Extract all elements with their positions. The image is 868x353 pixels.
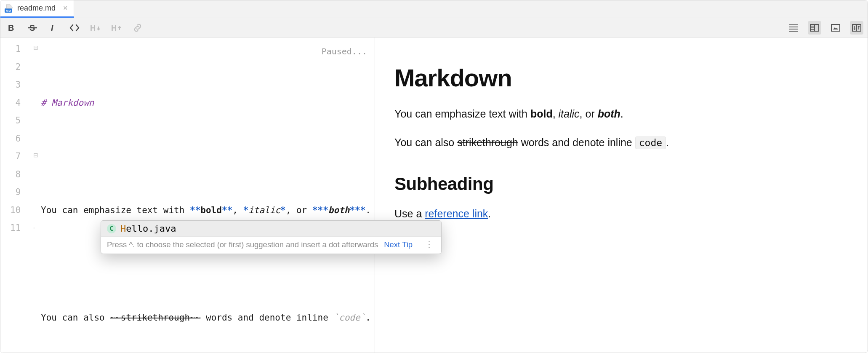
completion-item[interactable]: C Hello.java [101, 221, 441, 236]
line-gutter: 1 2 3 4 5 6 7 8 9 10 11 [0, 37, 33, 353]
scroll-sync-button[interactable] [850, 21, 863, 35]
svg-text:H: H [111, 24, 117, 32]
line-number: 7 [0, 147, 21, 166]
preview-view-button[interactable] [829, 21, 842, 35]
code-area[interactable]: Paused... # Markdown You can emphasize t… [33, 37, 375, 353]
svg-text:B: B [8, 23, 14, 32]
line-number: 9 [0, 183, 21, 201]
editor-body: 1 2 3 4 5 6 7 8 9 10 11 ⊟ ⊟ ⌞ Paused... … [0, 37, 868, 353]
class-icon: C [107, 224, 116, 233]
bold-button[interactable]: B [5, 21, 18, 35]
preview-h2: Subheading [394, 174, 848, 194]
line-number: 1 [0, 40, 21, 58]
svg-text:H: H [90, 24, 96, 32]
strikethrough-button[interactable]: S [26, 21, 39, 35]
ide-window: MD readme.md × B S I H H 1 2 3 4 5 [0, 0, 868, 353]
next-tip-link[interactable]: Next Tip [384, 240, 413, 249]
line-number: 6 [0, 130, 21, 148]
line-number: 4 [0, 94, 21, 112]
file-tab[interactable]: MD readme.md × [0, 0, 74, 18]
italic-button[interactable]: I [47, 21, 60, 35]
heading-decrease-button[interactable]: H [89, 21, 102, 35]
preview-paragraph: You can also strikethrough words and den… [394, 135, 848, 150]
split-view-button[interactable] [808, 21, 821, 35]
heading-increase-button[interactable]: H [110, 21, 123, 35]
source-editor-pane[interactable]: 1 2 3 4 5 6 7 8 9 10 11 ⊟ ⊟ ⌞ Paused... … [0, 37, 375, 353]
svg-rect-17 [831, 24, 840, 31]
tab-filename: readme.md [17, 4, 56, 13]
preview-paragraph: You can emphasize text with bold, italic… [394, 106, 848, 121]
line-number: 10 [0, 201, 21, 219]
completion-popup: C Hello.java Press ^. to choose the sele… [101, 220, 442, 254]
link-button[interactable] [131, 21, 144, 35]
more-options-icon[interactable]: ⋮ [422, 240, 437, 249]
editor-only-view-button[interactable] [787, 21, 800, 35]
inspection-status: Paused... [322, 43, 367, 61]
tab-bar: MD readme.md × [0, 0, 868, 18]
line-number: 5 [0, 112, 21, 130]
completion-item-label: Hello.java [120, 223, 176, 234]
preview-link[interactable]: reference link [425, 208, 488, 219]
line-number: 8 [0, 166, 21, 184]
line-number: 2 [0, 58, 21, 76]
preview-paragraph: Use a reference link. [394, 206, 848, 221]
markdown-toolbar: B S I H H [0, 18, 868, 37]
line-number: 3 [0, 76, 21, 94]
code-button[interactable] [68, 21, 81, 35]
markdown-preview-pane: Markdown You can emphasize text with bol… [375, 37, 868, 353]
markdown-file-icon: MD [5, 4, 14, 13]
svg-text:I: I [51, 23, 53, 32]
completion-hint-bar: Press ^. to choose the selected (or firs… [101, 236, 441, 254]
close-icon[interactable]: × [63, 4, 68, 13]
preview-h1: Markdown [394, 64, 848, 92]
completion-hint-text: Press ^. to choose the selected (or firs… [107, 240, 378, 249]
svg-text:MD: MD [6, 9, 11, 13]
line-number: 11 [0, 219, 21, 237]
